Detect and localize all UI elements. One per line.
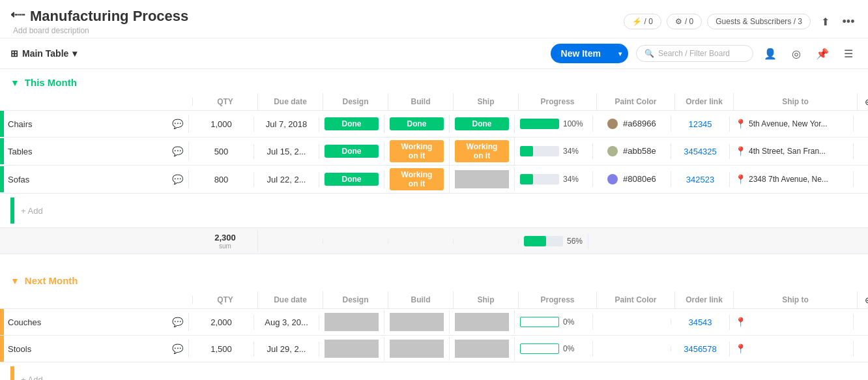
row-paintcolor-chairs: #a68966 <box>593 116 671 132</box>
row-paintcolor-sofas: #8080e6 <box>593 171 671 188</box>
chat-icon-tables[interactable]: 💬 <box>172 146 183 156</box>
col-header-ship-2: Ship <box>454 291 519 308</box>
row-paintcolor-couches <box>593 319 671 325</box>
row-build-tables[interactable]: Working on it <box>384 138 450 165</box>
badge-ship-sofas <box>455 170 509 188</box>
table-icon: ⊞ <box>10 48 18 59</box>
group-title-this-month: This Month <box>25 77 77 88</box>
row-progress-stools: 0% <box>515 341 593 357</box>
row-shipto-stools: 📍 <box>730 341 854 357</box>
col-header-qty-2: QTY <box>193 291 258 308</box>
table-row: Sofas 💬 800 Jul 22, 2... Done Working on… <box>0 166 868 194</box>
header-right: ⚡ / 0 ⚙ / 0 Guests & Subscribers / 3 ⬆ •… <box>624 12 858 31</box>
sum-progress-this-month: 56% <box>519 233 588 249</box>
more-options-icon[interactable]: ••• <box>839 12 858 31</box>
row-shipto-sofas: 📍 2348 7th Avenue, Ne... <box>730 171 854 187</box>
integrations-button[interactable]: ⚙ / 0 <box>667 14 702 29</box>
badge-design-chairs: Done <box>325 117 379 130</box>
new-item-button[interactable]: New Item ▾ <box>551 44 628 63</box>
filter-options-icon[interactable]: ◎ <box>787 44 805 63</box>
add-row-this-month[interactable]: + Add <box>0 194 868 228</box>
group-header-next-month: ▼ Next Month <box>0 267 868 291</box>
add-row-next-month[interactable]: + Add <box>0 362 868 380</box>
ship-address-chairs: 5th Avenue, New Yor... <box>749 119 828 128</box>
progress-pct-tables: 34% <box>563 147 579 156</box>
col-header-orderlink-2: Order link <box>675 291 734 308</box>
col-header-design-2: Design <box>323 291 388 308</box>
col-add-next-month[interactable]: ⊕ <box>858 295 868 305</box>
board-title-text: Manufacturing Process <box>30 8 188 25</box>
col-header-progress-2: Progress <box>519 291 597 308</box>
badge-ship-couches <box>455 313 509 331</box>
order-link-stools: 3456578 <box>684 344 717 354</box>
sum-qty-this-month: 2,300 sum <box>193 230 258 252</box>
group-arrow-next-month[interactable]: ▼ <box>10 276 20 286</box>
group-title-next-month: Next Month <box>25 275 78 286</box>
badge-build-tables: Working on it <box>390 140 444 162</box>
back-icon[interactable]: ⬸ <box>10 8 25 25</box>
col-header-name <box>4 98 193 106</box>
row-build-stools[interactable] <box>384 337 450 360</box>
filter-icon[interactable]: ☰ <box>839 44 858 63</box>
automations-button[interactable]: ⚡ / 0 <box>624 14 661 29</box>
new-item-label: New Item <box>551 44 611 63</box>
row-qty-tables: 500 <box>189 144 254 159</box>
row-ship-stools[interactable] <box>450 337 515 360</box>
row-shipto-tables: 📍 4th Street, San Fran... <box>730 143 854 159</box>
row-design-stools[interactable] <box>319 337 384 360</box>
main-table-button[interactable]: ⊞ Main Table ▾ <box>10 48 77 59</box>
toolbar: ⊞ Main Table ▾ New Item ▾ 🔍 Search / Fil… <box>0 38 868 69</box>
chat-icon-sofas[interactable]: 💬 <box>172 174 183 184</box>
col-header-qty: QTY <box>193 93 258 110</box>
row-ship-couches[interactable] <box>450 310 515 334</box>
row-progress-chairs: 100% <box>515 116 593 132</box>
table-row: Couches 💬 2,000 Aug 3, 20... 0% <box>0 309 868 336</box>
row-duedate-couches: Aug 3, 20... <box>254 315 319 330</box>
app-container: ⬸ Manufacturing Process Add board descri… <box>0 0 868 380</box>
row-orderlink-tables[interactable]: 3454325 <box>671 144 730 159</box>
chat-icon-stools[interactable]: 💬 <box>172 343 183 354</box>
col-header-duedate-2: Due date <box>258 291 323 308</box>
progress-bar-couches <box>520 317 559 327</box>
row-orderlink-stools[interactable]: 3456578 <box>671 342 730 357</box>
row-build-chairs[interactable]: Done <box>384 115 450 133</box>
badge-design-stools <box>325 340 379 358</box>
board-title-area: ⬸ Manufacturing Process Add board descri… <box>10 8 188 35</box>
chat-icon-couches[interactable]: 💬 <box>172 317 183 327</box>
pin-icon[interactable]: 📌 <box>813 44 832 63</box>
row-orderlink-couches[interactable]: 34543 <box>671 315 730 330</box>
row-build-sofas[interactable]: Working on it <box>384 166 450 193</box>
color-value-chairs: #a68966 <box>623 119 656 128</box>
row-ship-sofas[interactable] <box>450 168 515 191</box>
row-ship-tables[interactable]: Working on it <box>450 138 515 165</box>
share-icon[interactable]: ⬆ <box>816 12 834 31</box>
row-design-sofas[interactable]: Done <box>319 170 384 188</box>
location-icon-chairs: 📍 <box>735 119 746 129</box>
row-name-cell-sofas: Sofas 💬 <box>4 170 189 188</box>
order-link-chairs: 12345 <box>688 119 712 129</box>
search-box[interactable]: 🔍 Search / Filter Board <box>636 45 753 62</box>
badge-build-couches <box>390 313 444 331</box>
row-orderlink-sofas[interactable]: 342523 <box>671 172 730 187</box>
table-row: Stools 💬 1,500 Jul 29, 2... 0% <box>0 336 868 362</box>
row-ship-chairs[interactable]: Done <box>450 115 515 133</box>
col-add-this-month[interactable]: ⊕ <box>858 97 868 107</box>
chat-icon-chairs[interactable]: 💬 <box>172 119 183 129</box>
row-orderlink-chairs[interactable]: 12345 <box>671 117 730 132</box>
row-duedate-sofas: Jul 22, 2... <box>254 172 319 187</box>
group-header-this-month: ▼ This Month <box>0 69 868 93</box>
row-design-couches[interactable] <box>319 310 384 334</box>
col-header-build-2: Build <box>388 291 454 308</box>
row-design-tables[interactable]: Done <box>319 142 384 160</box>
table-label: Main Table <box>22 48 68 59</box>
row-duedate-stools: Jul 29, 2... <box>254 342 319 357</box>
group-arrow-this-month[interactable]: ▼ <box>10 78 20 88</box>
row-design-chairs[interactable]: Done <box>319 115 384 133</box>
col-headers-next-month: QTY Due date Design Build Ship Progress … <box>0 291 868 309</box>
user-icon[interactable]: 👤 <box>761 44 779 63</box>
guests-button[interactable]: Guests & Subscribers / 3 <box>707 14 811 29</box>
row-shipto-couches: 📍 <box>730 314 854 330</box>
row-build-couches[interactable] <box>384 310 450 334</box>
progress-pct-couches: 0% <box>563 317 574 327</box>
board-description[interactable]: Add board description <box>13 26 188 35</box>
